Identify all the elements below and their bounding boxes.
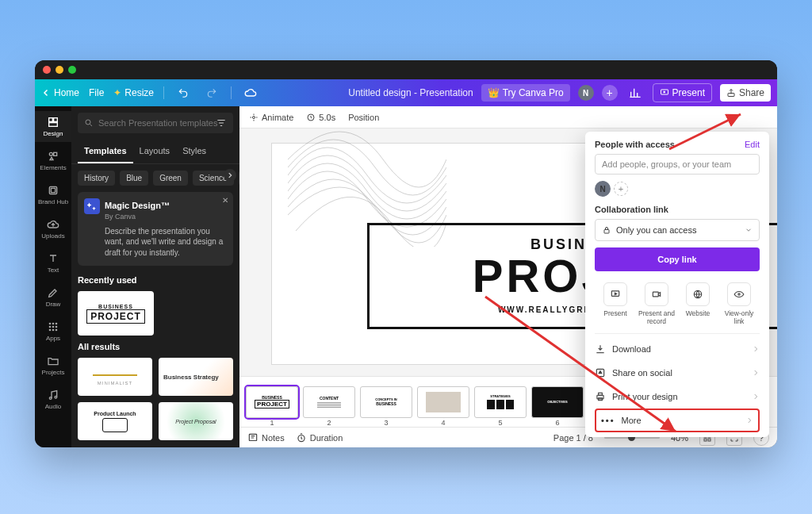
undo-button[interactable] <box>174 83 193 102</box>
recently-used-header: Recently used <box>71 272 239 288</box>
file-menu[interactable]: File <box>89 87 104 98</box>
back-button[interactable]: Home <box>41 87 79 98</box>
more-icon: ••• <box>601 416 615 425</box>
edit-access-link[interactable]: Edit <box>745 140 760 149</box>
animate-icon <box>249 113 259 122</box>
maximize-traffic-light[interactable] <box>68 66 76 74</box>
template-thumb[interactable]: Project Proposal <box>159 402 233 440</box>
collab-link-label: Collaboration link <box>595 205 760 214</box>
rail-projects[interactable]: Projects <box>35 350 71 381</box>
svg-point-12 <box>49 326 52 328</box>
print-row[interactable]: Print your design <box>595 385 760 409</box>
svg-point-20 <box>86 120 90 125</box>
rail-brand-hub[interactable]: Brand Hub <box>35 179 71 210</box>
canvas-area: Animate 5.0s Position <box>239 106 777 447</box>
share-opt-present-record[interactable]: Present and record <box>638 282 676 325</box>
globe-icon <box>692 289 703 300</box>
add-people-input[interactable]: Add people, groups, or your team <box>595 154 760 175</box>
duration-button[interactable]: Duration <box>296 432 343 443</box>
notes-icon <box>247 432 259 443</box>
rail-uploads[interactable]: Uploads <box>35 213 71 244</box>
magic-icon <box>84 198 100 214</box>
share-button[interactable]: Share <box>720 84 771 102</box>
panel-tabs: Templates Layouts Styles <box>71 140 239 164</box>
add-member-button[interactable]: + <box>602 85 618 101</box>
rail-text[interactable]: Text <box>35 247 71 278</box>
top-toolbar: Home File ✦ Resize Untitled design - Pre… <box>35 79 777 106</box>
user-avatar[interactable]: N <box>578 85 594 101</box>
share-popover: People with access Edit Add people, grou… <box>585 132 769 437</box>
share-opt-viewonly[interactable]: View-only link <box>720 282 758 325</box>
analytics-button[interactable] <box>626 83 645 102</box>
search-input[interactable] <box>98 118 227 128</box>
template-thumb[interactable]: MINIMALIST <box>78 358 152 396</box>
cloud-sync-icon[interactable] <box>241 83 260 102</box>
slide-thumb[interactable]: STRATEGIES5 <box>474 386 527 418</box>
chevron-right-icon <box>745 416 753 424</box>
share-avatar[interactable]: N <box>595 181 611 197</box>
share-opt-website[interactable]: Website <box>679 282 717 325</box>
left-rail: Design Elements Brand Hub Uploads Text D… <box>35 106 71 447</box>
download-row[interactable]: Download <box>595 337 760 361</box>
home-link[interactable]: Home <box>54 87 79 98</box>
redo-button[interactable] <box>202 83 221 102</box>
filter-button[interactable] <box>214 116 228 130</box>
copy-link-button[interactable]: Copy link <box>595 247 760 271</box>
resize-button[interactable]: ✦ Resize <box>113 87 154 98</box>
lock-icon <box>602 225 611 235</box>
template-thumb[interactable]: Product Launch <box>78 402 152 440</box>
access-dropdown[interactable]: Only you can access <box>595 219 760 241</box>
rail-audio[interactable]: Audio <box>35 384 71 415</box>
slide-thumb[interactable]: BUSINESSPROJECT1 <box>246 386 298 418</box>
rail-draw[interactable]: Draw <box>35 282 71 313</box>
chips-scroll-right[interactable] <box>224 169 236 182</box>
more-row[interactable]: •••More <box>595 409 760 432</box>
chip-blue[interactable]: Blue <box>120 171 148 186</box>
timing-button[interactable]: 5.0s <box>306 113 335 122</box>
clock-icon <box>306 113 316 122</box>
document-title[interactable]: Untitled design - Presentation <box>348 87 473 98</box>
present-button[interactable]: Present <box>653 83 712 102</box>
share-social-row[interactable]: Share on social <box>595 361 760 385</box>
rail-elements[interactable]: Elements <box>35 145 71 176</box>
rail-design[interactable]: Design <box>35 111 71 142</box>
slide-thumb[interactable]: CONTENT2 <box>303 386 355 418</box>
minimize-traffic-light[interactable] <box>56 66 63 74</box>
slide-thumb[interactable]: 4 <box>417 386 469 418</box>
canvas-toolbar: Animate 5.0s Position <box>239 106 777 128</box>
recent-template-thumb[interactable]: BUSINESS PROJECT <box>78 291 154 336</box>
close-icon[interactable]: ✕ <box>222 195 228 206</box>
notes-button[interactable]: Notes <box>247 432 285 443</box>
record-icon <box>651 289 662 300</box>
chip-green[interactable]: Green <box>153 171 188 186</box>
svg-rect-23 <box>249 434 256 440</box>
animate-button[interactable]: Animate <box>249 113 293 122</box>
tab-templates[interactable]: Templates <box>78 140 133 163</box>
slide-thumb[interactable]: CONCEPTS INBUSINESS3 <box>360 386 412 418</box>
svg-point-14 <box>56 326 58 328</box>
svg-point-17 <box>56 329 58 332</box>
tab-styles[interactable]: Styles <box>176 140 213 163</box>
chevron-right-icon <box>752 369 760 377</box>
tab-layouts[interactable]: Layouts <box>133 140 177 163</box>
svg-rect-27 <box>704 439 707 441</box>
close-traffic-light[interactable] <box>43 66 51 74</box>
svg-point-10 <box>52 323 55 325</box>
print-icon <box>595 391 606 402</box>
share-opt-present[interactable]: Present <box>596 282 634 325</box>
svg-point-15 <box>49 329 52 332</box>
chip-history[interactable]: History <box>78 171 115 186</box>
position-button[interactable]: Position <box>348 113 379 122</box>
try-pro-button[interactable]: 👑Try Canva Pro <box>481 84 570 102</box>
svg-point-5 <box>49 152 52 155</box>
add-avatar-button[interactable]: + <box>614 182 628 196</box>
template-search[interactable] <box>78 113 233 133</box>
share-icon <box>726 88 736 98</box>
magic-design-card[interactable]: ✕ Magic Design™ By Canva Describe the pr… <box>78 192 233 266</box>
rail-apps[interactable]: Apps <box>35 316 71 347</box>
template-thumb[interactable]: Business Strategy <box>159 358 233 396</box>
eye-icon <box>733 289 745 300</box>
svg-rect-28 <box>708 439 710 441</box>
svg-point-21 <box>253 116 255 118</box>
slide-thumb[interactable]: OBJECTIVES6 <box>531 386 584 418</box>
